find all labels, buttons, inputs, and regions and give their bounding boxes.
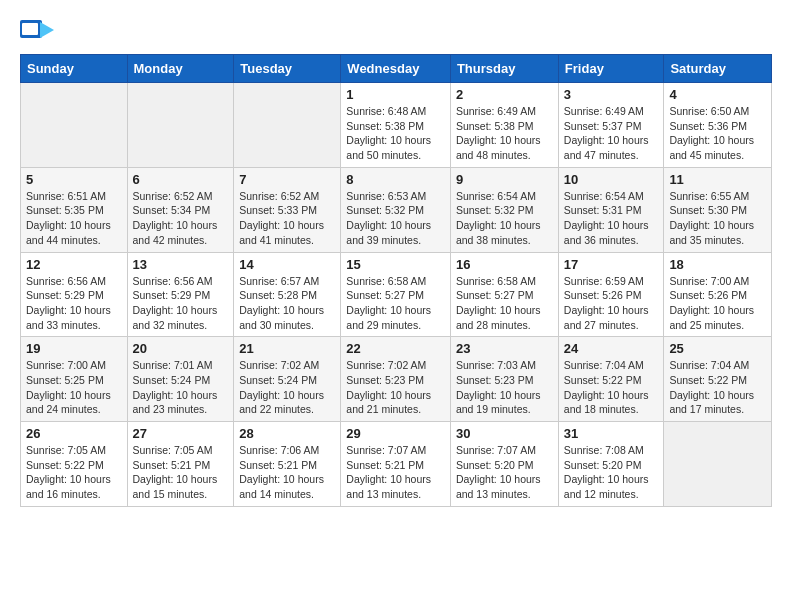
day-number: 18 (669, 257, 766, 272)
day-cell: 16Sunrise: 6:58 AM Sunset: 5:27 PM Dayli… (450, 252, 558, 337)
day-number: 14 (239, 257, 335, 272)
day-number: 13 (133, 257, 229, 272)
day-cell: 4Sunrise: 6:50 AM Sunset: 5:36 PM Daylig… (664, 83, 772, 168)
logo-icon (20, 20, 54, 46)
day-number: 19 (26, 341, 122, 356)
day-info: Sunrise: 7:01 AM Sunset: 5:24 PM Dayligh… (133, 358, 229, 417)
day-cell: 29Sunrise: 7:07 AM Sunset: 5:21 PM Dayli… (341, 422, 451, 507)
day-cell: 6Sunrise: 6:52 AM Sunset: 5:34 PM Daylig… (127, 167, 234, 252)
day-number: 7 (239, 172, 335, 187)
day-info: Sunrise: 7:03 AM Sunset: 5:23 PM Dayligh… (456, 358, 553, 417)
day-cell (234, 83, 341, 168)
day-number: 24 (564, 341, 659, 356)
day-cell: 28Sunrise: 7:06 AM Sunset: 5:21 PM Dayli… (234, 422, 341, 507)
svg-rect-2 (22, 23, 38, 35)
day-info: Sunrise: 6:49 AM Sunset: 5:38 PM Dayligh… (456, 104, 553, 163)
day-number: 5 (26, 172, 122, 187)
week-row-0: 1Sunrise: 6:48 AM Sunset: 5:38 PM Daylig… (21, 83, 772, 168)
weekday-header-thursday: Thursday (450, 55, 558, 83)
day-info: Sunrise: 7:07 AM Sunset: 5:21 PM Dayligh… (346, 443, 445, 502)
day-cell: 23Sunrise: 7:03 AM Sunset: 5:23 PM Dayli… (450, 337, 558, 422)
day-number: 9 (456, 172, 553, 187)
day-info: Sunrise: 7:04 AM Sunset: 5:22 PM Dayligh… (564, 358, 659, 417)
calendar-header: SundayMondayTuesdayWednesdayThursdayFrid… (21, 55, 772, 83)
day-cell: 3Sunrise: 6:49 AM Sunset: 5:37 PM Daylig… (558, 83, 664, 168)
day-number: 27 (133, 426, 229, 441)
day-number: 6 (133, 172, 229, 187)
day-cell: 19Sunrise: 7:00 AM Sunset: 5:25 PM Dayli… (21, 337, 128, 422)
day-number: 2 (456, 87, 553, 102)
weekday-header-monday: Monday (127, 55, 234, 83)
day-cell: 5Sunrise: 6:51 AM Sunset: 5:35 PM Daylig… (21, 167, 128, 252)
day-number: 16 (456, 257, 553, 272)
day-cell: 17Sunrise: 6:59 AM Sunset: 5:26 PM Dayli… (558, 252, 664, 337)
day-info: Sunrise: 6:48 AM Sunset: 5:38 PM Dayligh… (346, 104, 445, 163)
day-info: Sunrise: 6:57 AM Sunset: 5:28 PM Dayligh… (239, 274, 335, 333)
day-info: Sunrise: 7:02 AM Sunset: 5:23 PM Dayligh… (346, 358, 445, 417)
day-cell (21, 83, 128, 168)
day-number: 1 (346, 87, 445, 102)
day-number: 10 (564, 172, 659, 187)
day-cell: 12Sunrise: 6:56 AM Sunset: 5:29 PM Dayli… (21, 252, 128, 337)
day-cell: 13Sunrise: 6:56 AM Sunset: 5:29 PM Dayli… (127, 252, 234, 337)
day-cell: 9Sunrise: 6:54 AM Sunset: 5:32 PM Daylig… (450, 167, 558, 252)
day-number: 20 (133, 341, 229, 356)
day-info: Sunrise: 6:53 AM Sunset: 5:32 PM Dayligh… (346, 189, 445, 248)
day-cell: 22Sunrise: 7:02 AM Sunset: 5:23 PM Dayli… (341, 337, 451, 422)
weekday-header-friday: Friday (558, 55, 664, 83)
weekday-header-wednesday: Wednesday (341, 55, 451, 83)
day-cell: 15Sunrise: 6:58 AM Sunset: 5:27 PM Dayli… (341, 252, 451, 337)
day-cell: 25Sunrise: 7:04 AM Sunset: 5:22 PM Dayli… (664, 337, 772, 422)
day-number: 17 (564, 257, 659, 272)
day-number: 29 (346, 426, 445, 441)
day-info: Sunrise: 6:49 AM Sunset: 5:37 PM Dayligh… (564, 104, 659, 163)
weekday-header-row: SundayMondayTuesdayWednesdayThursdayFrid… (21, 55, 772, 83)
day-cell: 7Sunrise: 6:52 AM Sunset: 5:33 PM Daylig… (234, 167, 341, 252)
day-number: 11 (669, 172, 766, 187)
day-cell: 1Sunrise: 6:48 AM Sunset: 5:38 PM Daylig… (341, 83, 451, 168)
day-info: Sunrise: 7:00 AM Sunset: 5:25 PM Dayligh… (26, 358, 122, 417)
week-row-3: 19Sunrise: 7:00 AM Sunset: 5:25 PM Dayli… (21, 337, 772, 422)
day-info: Sunrise: 7:07 AM Sunset: 5:20 PM Dayligh… (456, 443, 553, 502)
day-number: 21 (239, 341, 335, 356)
day-cell: 26Sunrise: 7:05 AM Sunset: 5:22 PM Dayli… (21, 422, 128, 507)
day-number: 8 (346, 172, 445, 187)
day-cell (127, 83, 234, 168)
day-cell: 21Sunrise: 7:02 AM Sunset: 5:24 PM Dayli… (234, 337, 341, 422)
day-cell: 27Sunrise: 7:05 AM Sunset: 5:21 PM Dayli… (127, 422, 234, 507)
day-info: Sunrise: 6:58 AM Sunset: 5:27 PM Dayligh… (346, 274, 445, 333)
week-row-1: 5Sunrise: 6:51 AM Sunset: 5:35 PM Daylig… (21, 167, 772, 252)
weekday-header-tuesday: Tuesday (234, 55, 341, 83)
calendar-body: 1Sunrise: 6:48 AM Sunset: 5:38 PM Daylig… (21, 83, 772, 507)
day-info: Sunrise: 7:05 AM Sunset: 5:22 PM Dayligh… (26, 443, 122, 502)
day-info: Sunrise: 6:55 AM Sunset: 5:30 PM Dayligh… (669, 189, 766, 248)
day-info: Sunrise: 7:04 AM Sunset: 5:22 PM Dayligh… (669, 358, 766, 417)
day-info: Sunrise: 7:08 AM Sunset: 5:20 PM Dayligh… (564, 443, 659, 502)
day-cell: 2Sunrise: 6:49 AM Sunset: 5:38 PM Daylig… (450, 83, 558, 168)
day-number: 30 (456, 426, 553, 441)
day-cell: 14Sunrise: 6:57 AM Sunset: 5:28 PM Dayli… (234, 252, 341, 337)
day-info: Sunrise: 6:56 AM Sunset: 5:29 PM Dayligh… (26, 274, 122, 333)
day-info: Sunrise: 6:50 AM Sunset: 5:36 PM Dayligh… (669, 104, 766, 163)
day-info: Sunrise: 7:02 AM Sunset: 5:24 PM Dayligh… (239, 358, 335, 417)
day-cell: 8Sunrise: 6:53 AM Sunset: 5:32 PM Daylig… (341, 167, 451, 252)
page-container: SundayMondayTuesdayWednesdayThursdayFrid… (20, 20, 772, 507)
day-cell: 20Sunrise: 7:01 AM Sunset: 5:24 PM Dayli… (127, 337, 234, 422)
day-number: 4 (669, 87, 766, 102)
day-info: Sunrise: 7:05 AM Sunset: 5:21 PM Dayligh… (133, 443, 229, 502)
day-info: Sunrise: 6:52 AM Sunset: 5:34 PM Dayligh… (133, 189, 229, 248)
day-number: 3 (564, 87, 659, 102)
day-cell: 11Sunrise: 6:55 AM Sunset: 5:30 PM Dayli… (664, 167, 772, 252)
day-cell: 18Sunrise: 7:00 AM Sunset: 5:26 PM Dayli… (664, 252, 772, 337)
day-info: Sunrise: 6:54 AM Sunset: 5:31 PM Dayligh… (564, 189, 659, 248)
day-info: Sunrise: 6:52 AM Sunset: 5:33 PM Dayligh… (239, 189, 335, 248)
day-cell: 30Sunrise: 7:07 AM Sunset: 5:20 PM Dayli… (450, 422, 558, 507)
day-cell: 10Sunrise: 6:54 AM Sunset: 5:31 PM Dayli… (558, 167, 664, 252)
day-number: 22 (346, 341, 445, 356)
day-cell (664, 422, 772, 507)
day-info: Sunrise: 6:56 AM Sunset: 5:29 PM Dayligh… (133, 274, 229, 333)
day-info: Sunrise: 7:00 AM Sunset: 5:26 PM Dayligh… (669, 274, 766, 333)
day-number: 15 (346, 257, 445, 272)
day-info: Sunrise: 7:06 AM Sunset: 5:21 PM Dayligh… (239, 443, 335, 502)
day-number: 23 (456, 341, 553, 356)
